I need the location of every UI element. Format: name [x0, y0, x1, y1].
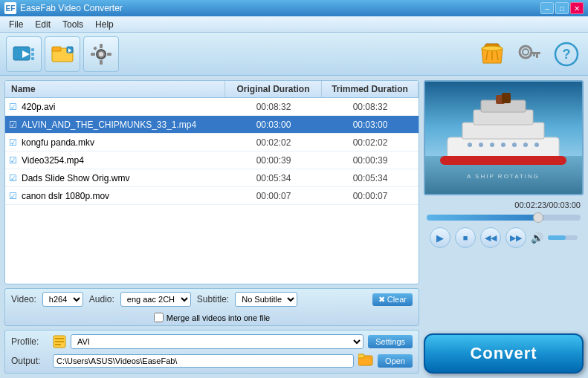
window-controls: – □ ✕ [540, 2, 584, 14]
file-row[interactable]: ☑ kongfu panda.mkv 00:02:02 00:02:02 [5, 134, 419, 151]
file-name: Dads Slide Show Orig.wmv [20, 173, 225, 183]
svg-rect-3 [31, 53, 34, 56]
file-orig-duration: 00:08:32 [225, 102, 322, 112]
file-checkbox[interactable]: ☑ [5, 191, 20, 201]
profile-select[interactable]: AVI MP4 MKV MOV [71, 334, 364, 349]
right-panel: A SHIP ROTATING 00:02:23/00:03:00 ▶ ■ ◀◀… [424, 80, 584, 374]
svg-rect-29 [55, 341, 64, 342]
profile-output: Profile: AVI MP4 MKV MOV Settings Output… [4, 330, 419, 374]
subtitle-label: Subtitle: [197, 294, 229, 304]
svg-rect-28 [55, 338, 64, 339]
minimize-button[interactable]: – [540, 2, 554, 14]
title-bar: EF EaseFab Video Converter – □ ✕ [0, 0, 588, 16]
settings-toolbar-button[interactable] [83, 36, 119, 72]
menu-tools[interactable]: Tools [56, 18, 89, 31]
col-header-name: Name [5, 81, 225, 97]
file-row[interactable]: ☑ Video3254.mp4 00:00:39 00:00:39 [5, 151, 419, 169]
output-label: Output: [11, 356, 48, 366]
preview-progress-bar[interactable] [427, 215, 581, 221]
basket-button[interactable] [476, 39, 508, 70]
play-button[interactable]: ▶ [430, 227, 450, 248]
output-path-input[interactable] [53, 354, 354, 368]
svg-rect-6 [52, 47, 61, 51]
file-row[interactable]: ☑ Dads Slide Show Orig.wmv 00:05:34 00:0… [5, 169, 419, 187]
svg-text:?: ? [563, 47, 571, 62]
file-checkbox[interactable]: ☑ [5, 120, 20, 130]
controls-bar: Video: h264 Audio: eng aac 2CH Subtitle:… [4, 288, 419, 326]
col-header-trim: Trimmed Duration [322, 81, 419, 97]
svg-rect-22 [530, 52, 540, 54]
close-button[interactable]: ✕ [570, 2, 584, 14]
volume-slider[interactable] [548, 235, 578, 240]
maximize-button[interactable]: □ [555, 2, 569, 14]
file-trim-duration: 00:03:00 [322, 120, 419, 130]
menu-edit[interactable]: Edit [29, 18, 56, 31]
svg-rect-13 [91, 53, 95, 56]
settings-button[interactable]: Settings [368, 335, 413, 348]
svg-point-42 [490, 143, 494, 147]
svg-rect-12 [100, 60, 103, 65]
convert-button[interactable]: Convert [424, 333, 584, 374]
file-name: ALVIN_AND_THE_CHIPMUNKS_33_1.mp4 [20, 120, 225, 130]
svg-point-40 [468, 143, 472, 147]
profile-label: Profile: [11, 336, 48, 347]
file-checkbox[interactable]: ☑ [5, 155, 20, 166]
open-button[interactable]: Open [378, 354, 413, 368]
video-select[interactable]: h264 [42, 292, 83, 307]
file-name: kongfu panda.mkv [20, 137, 225, 148]
prev-button[interactable]: ◀◀ [480, 227, 501, 248]
output-folder-button[interactable] [358, 353, 373, 369]
svg-rect-4 [31, 57, 34, 60]
profile-icon [53, 335, 66, 348]
merge-label: Merge all videos into one file [167, 313, 270, 322]
file-name: Video3254.mp4 [20, 155, 225, 166]
add-folder-button[interactable] [45, 36, 80, 72]
svg-rect-14 [107, 53, 112, 56]
subtitle-select[interactable]: No Subtitle [235, 292, 297, 307]
svg-rect-30 [55, 344, 61, 345]
add-video-button[interactable] [6, 36, 42, 72]
file-row[interactable]: ☑ ALVIN_AND_THE_CHIPMUNKS_33_1.mp4 00:03… [5, 116, 419, 134]
stop-button[interactable]: ■ [455, 227, 476, 248]
file-row[interactable]: ☑ canon dslr 1080p.mov 00:00:07 00:00:07 [5, 187, 419, 205]
file-checkbox[interactable]: ☑ [5, 137, 20, 148]
file-name: canon dslr 1080p.mov [20, 191, 225, 201]
video-label: Video: [11, 294, 36, 304]
file-checkbox[interactable]: ☑ [5, 173, 20, 183]
file-name: 420p.avi [20, 102, 225, 112]
file-trim-duration: 00:02:02 [322, 137, 419, 148]
menu-bar: File Edit Tools Help [0, 16, 588, 33]
file-orig-duration: 00:05:34 [225, 173, 322, 183]
file-list-container: Name Original Duration Trimmed Duration … [4, 80, 419, 284]
next-button[interactable]: ▶▶ [505, 227, 526, 248]
output-row: Output: Open [11, 353, 413, 369]
main-content: Name Original Duration Trimmed Duration … [0, 76, 588, 378]
svg-point-41 [479, 143, 483, 147]
svg-rect-36 [440, 156, 566, 165]
menu-help[interactable]: Help [89, 18, 120, 31]
preview-progress-thumb[interactable] [533, 212, 543, 223]
svg-rect-2 [31, 48, 34, 51]
menu-file[interactable]: File [3, 18, 29, 31]
file-checkbox[interactable]: ☑ [5, 102, 20, 112]
app-title: EaseFab Video Converter [20, 3, 123, 13]
svg-rect-48 [502, 93, 511, 103]
svg-point-20 [520, 46, 532, 58]
file-orig-duration: 00:03:00 [225, 120, 322, 130]
svg-point-16 [482, 46, 503, 50]
file-list-header: Name Original Duration Trimmed Duration [5, 81, 419, 98]
file-orig-duration: 00:02:02 [225, 137, 322, 148]
merge-checkbox[interactable] [154, 313, 164, 322]
svg-rect-15 [93, 46, 97, 50]
preview-svg: A SHIP ROTATING [425, 82, 582, 194]
svg-point-10 [99, 52, 103, 56]
audio-select[interactable]: eng aac 2CH [120, 292, 191, 307]
svg-point-21 [523, 49, 529, 55]
clear-button[interactable]: ✖ Clear [372, 293, 413, 306]
help-button[interactable]: ? [551, 39, 582, 70]
file-orig-duration: 00:00:07 [225, 191, 322, 201]
file-row[interactable]: ☑ 420p.avi 00:08:32 00:08:32 [5, 98, 419, 116]
app-icon: EF [4, 2, 16, 14]
key-button[interactable] [514, 39, 545, 70]
svg-rect-11 [100, 44, 103, 48]
